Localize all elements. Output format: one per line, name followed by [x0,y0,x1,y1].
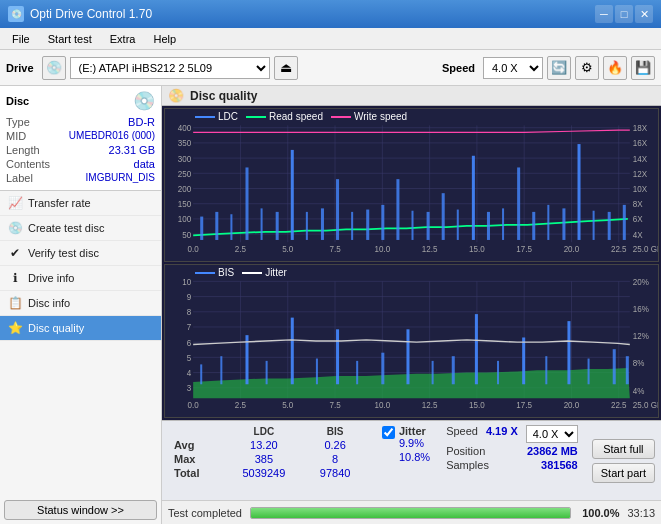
sidebar: Disc 💿 Type BD-R MID UMEBDR016 (000) Len… [0,86,162,524]
svg-text:7: 7 [187,322,192,333]
avg-ldc: 13.20 [223,438,304,452]
svg-text:7.5: 7.5 [329,399,340,410]
svg-rect-50 [276,212,279,240]
stats-total-row: Total 5039249 97840 [170,466,366,480]
svg-rect-136 [626,356,629,384]
position-key: Position [446,445,485,457]
svg-rect-60 [427,212,430,240]
read-speed-color [246,116,266,118]
speed-select[interactable]: 4.0 X [483,57,543,79]
start-full-button[interactable]: Start full [592,439,655,459]
svg-text:4: 4 [187,368,192,379]
refresh-button[interactable]: 🔄 [547,56,571,80]
col-header-bis: BIS [304,425,366,438]
samples-row: Samples 381568 [446,459,578,471]
svg-rect-117 [200,364,202,384]
max-label: Max [170,452,223,466]
svg-rect-131 [522,337,525,384]
svg-text:400: 400 [178,123,192,134]
svg-text:250: 250 [178,168,192,179]
svg-text:17.5: 17.5 [516,243,532,254]
stats-max-row: Max 385 8 [170,452,366,466]
svg-text:7.5: 7.5 [329,243,340,254]
jitter-checkbox[interactable] [382,426,395,439]
jitter-avg-val: 9.9% [399,437,430,449]
svg-text:15.0: 15.0 [469,399,485,410]
svg-rect-51 [291,150,294,240]
speed-label: Speed [442,62,475,74]
svg-text:0.0: 0.0 [188,243,199,254]
svg-rect-55 [351,212,353,240]
speed-area: Speed 4.19 X 4.0 X Position 23862 MB Sam… [438,421,586,500]
nav-create-test-disc[interactable]: 💿 Create test disc [0,216,161,241]
eject-button[interactable]: ⏏ [274,56,298,80]
nav-verify-test-disc-label: Verify test disc [28,247,99,259]
menu-file[interactable]: File [4,31,38,47]
svg-text:10.0: 10.0 [374,243,390,254]
nav-disc-info[interactable]: 📋 Disc info [0,291,161,316]
nav-transfer-rate-label: Transfer rate [28,197,91,209]
charts-container: LDC Read speed Write speed [162,106,661,420]
save-button[interactable]: 💾 [631,56,655,80]
svg-rect-65 [502,208,504,240]
status-window-button[interactable]: Status window >> [4,500,157,520]
menu-start-test[interactable]: Start test [40,31,100,47]
col-header-empty [170,425,223,438]
progress-bar-fill [251,508,570,518]
menu-extra[interactable]: Extra [102,31,144,47]
bottom-chart: BIS Jitter [164,264,659,418]
chart-title: Disc quality [190,89,257,103]
disc-label-row: Label IMGBURN_DIS [6,172,155,184]
svg-text:8%: 8% [633,357,645,368]
disc-info-icon: 📋 [8,296,22,310]
svg-text:14X: 14X [633,153,647,164]
titlebar-controls[interactable]: ─ □ ✕ [595,5,653,23]
speed-inline-select[interactable]: 4.0 X [526,425,578,443]
svg-rect-58 [396,179,399,240]
nav-transfer-rate[interactable]: 📈 Transfer rate [0,191,161,216]
close-button[interactable]: ✕ [635,5,653,23]
jitter-label: Jitter [265,267,287,278]
nav-verify-test-disc[interactable]: ✔ Verify test disc [0,241,161,266]
svg-text:4%: 4% [633,385,645,396]
svg-text:15.0: 15.0 [469,243,485,254]
settings-button[interactable]: ⚙ [575,56,599,80]
svg-text:12.5: 12.5 [422,399,438,410]
read-speed-label: Read speed [269,111,323,122]
svg-text:10.0: 10.0 [374,399,390,410]
svg-text:20%: 20% [633,276,649,287]
drive-select[interactable]: (E:) ATAPI iHBS212 2 5L09 [70,57,270,79]
menu-help[interactable]: Help [145,31,184,47]
buttons-area: Start full Start part [586,421,661,500]
nav-disc-quality[interactable]: ⭐ Disc quality [0,316,161,341]
progress-bar-container [250,507,571,519]
chart-header-icon: 📀 [168,88,184,103]
drive-icon-btn: 💿 [42,56,66,80]
svg-rect-120 [266,361,268,384]
length-value: 23.31 GB [109,144,155,156]
nav-drive-info[interactable]: ℹ Drive info [0,266,161,291]
svg-text:17.5: 17.5 [516,399,532,410]
minimize-button[interactable]: ─ [595,5,613,23]
burn-button[interactable]: 🔥 [603,56,627,80]
svg-text:8X: 8X [633,199,643,210]
maximize-button[interactable]: □ [615,5,633,23]
elapsed-time: 33:13 [627,507,655,519]
stats-area: LDC BIS Avg 13.20 0.26 Max 385 [162,420,661,500]
svg-text:50: 50 [182,229,191,240]
svg-text:100: 100 [178,214,192,225]
app-icon: 💿 [8,6,24,22]
svg-text:3: 3 [187,383,192,394]
ldc-color [195,116,215,118]
disc-quality-icon: ⭐ [8,321,22,335]
svg-rect-135 [613,349,616,384]
chart-header: 📀 Disc quality [162,86,661,106]
contents-value: data [134,158,155,170]
svg-rect-71 [593,211,595,240]
svg-rect-45 [200,217,203,240]
disc-panel: Disc 💿 Type BD-R MID UMEBDR016 (000) Len… [0,86,161,191]
top-chart-svg: 400 350 300 250 200 150 100 50 18X 16X 1… [165,109,658,261]
disc-label-lbl: Label [6,172,33,184]
titlebar-left: 💿 Opti Drive Control 1.70 [8,6,152,22]
start-part-button[interactable]: Start part [592,463,655,483]
